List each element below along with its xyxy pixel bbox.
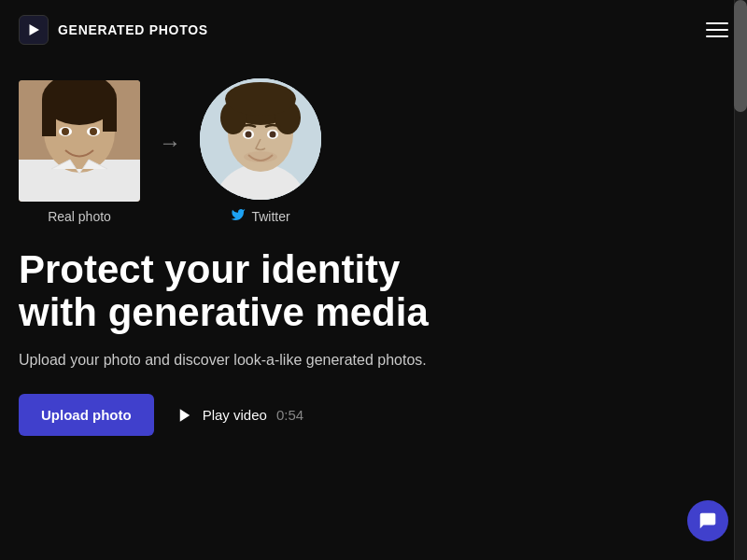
hamburger-line-1 — [706, 22, 728, 24]
headline-line-1: Protect your identity — [19, 247, 400, 291]
svg-marker-26 — [179, 409, 190, 422]
upload-photo-button[interactable]: Upload photo — [19, 394, 154, 436]
logo-text: GENERATED PHOTOS — [58, 22, 208, 37]
real-photo-label: Real photo — [48, 209, 111, 224]
video-duration: 0:54 — [276, 407, 303, 423]
logo-area: GENERATED PHOTOS — [19, 15, 208, 45]
svg-point-24 — [270, 132, 276, 138]
twitter-label: Twitter — [231, 207, 289, 226]
svg-point-11 — [90, 128, 97, 135]
svg-point-25 — [244, 151, 277, 162]
header: GENERATED PHOTOS — [0, 0, 747, 60]
real-photo-container: Real photo — [19, 80, 140, 224]
play-icon — [176, 407, 193, 424]
real-photo-image — [19, 80, 140, 202]
play-video-button[interactable]: Play video 0:54 — [176, 407, 303, 424]
photo-comparison: Real photo → — [19, 78, 728, 226]
chat-bubble-button[interactable] — [687, 500, 728, 541]
cta-section: Upload photo Play video 0:54 — [19, 394, 728, 436]
scrollbar[interactable] — [734, 0, 747, 560]
twitter-icon — [231, 207, 246, 226]
svg-marker-0 — [30, 24, 40, 35]
svg-rect-7 — [103, 99, 117, 132]
hamburger-line-3 — [706, 35, 728, 37]
twitter-photo-container: Twitter — [200, 78, 321, 226]
twitter-photo-image — [200, 78, 321, 200]
arrow-icon: → — [159, 130, 181, 156]
svg-point-20 — [225, 82, 296, 116]
headline: Protect your identity with generative me… — [19, 248, 728, 334]
svg-point-9 — [62, 128, 69, 135]
scrollbar-thumb[interactable] — [734, 0, 747, 112]
svg-rect-6 — [42, 99, 56, 136]
logo-icon — [19, 15, 49, 45]
headline-line-2: with generative media — [19, 290, 429, 334]
main-content: Real photo → — [0, 60, 747, 436]
chat-icon — [698, 511, 718, 531]
hamburger-menu[interactable] — [706, 22, 728, 37]
subheadline: Upload your photo and discover look-a-li… — [19, 349, 728, 371]
hamburger-line-2 — [706, 29, 728, 31]
headline-section: Protect your identity with generative me… — [19, 248, 728, 371]
twitter-text-label: Twitter — [251, 209, 289, 224]
svg-point-22 — [246, 132, 252, 138]
play-video-label: Play video — [203, 407, 267, 423]
